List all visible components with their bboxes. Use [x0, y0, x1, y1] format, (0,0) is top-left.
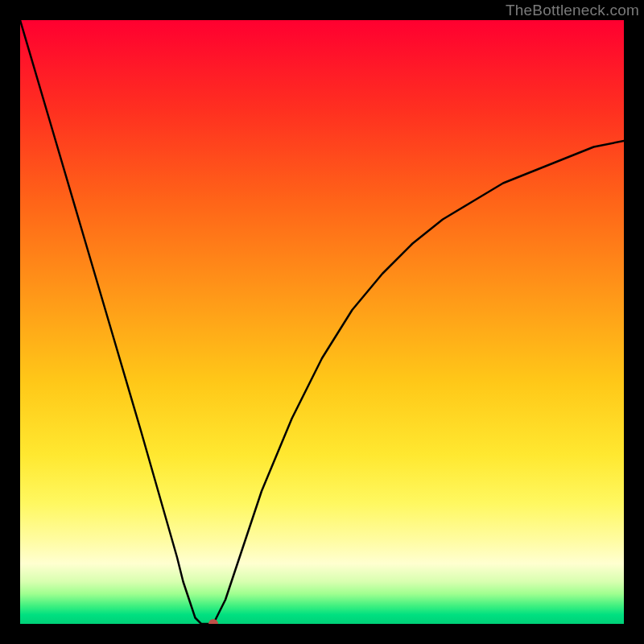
watermark-text: TheBottleneck.com — [506, 2, 639, 19]
optimal-point-marker — [208, 619, 218, 624]
bottleneck-chart — [20, 20, 624, 624]
bottleneck-curve-path — [20, 20, 624, 624]
